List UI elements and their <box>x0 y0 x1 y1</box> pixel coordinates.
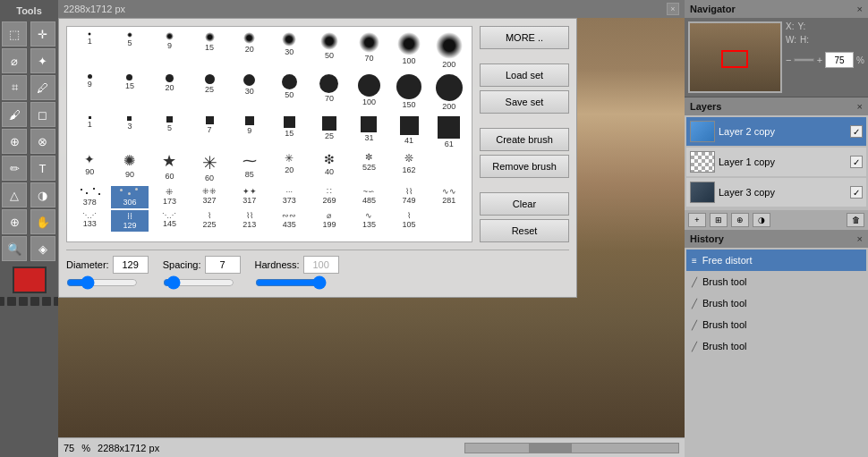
brush-star-60b[interactable]: ✳ 60 <box>191 151 229 184</box>
clone-tool[interactable]: ⊕ <box>2 129 27 154</box>
layer-mask-btn[interactable]: ◑ <box>753 213 770 227</box>
brush-sq-5[interactable]: 5 <box>150 114 189 150</box>
brush-empty-1[interactable] <box>430 151 468 184</box>
spacing-input[interactable] <box>205 256 241 274</box>
brush-sq-41[interactable]: 41 <box>390 114 429 150</box>
brush-r6-225[interactable]: ⌇ 225 <box>191 210 229 232</box>
reset-button[interactable]: Reset <box>480 219 569 242</box>
history-close[interactable]: × <box>857 233 863 244</box>
text-tool[interactable]: T <box>30 156 55 181</box>
brush-r6-105[interactable]: ⌇ 105 <box>390 210 429 232</box>
nav-zoom-input[interactable] <box>825 52 854 68</box>
brush-scat-306[interactable]: 306 <box>111 186 149 208</box>
brush-r6-135[interactable]: ∿ 135 <box>350 210 388 232</box>
brush-star-90[interactable]: ✦ 90 <box>71 151 109 184</box>
remove-brush-button[interactable]: Remove brush <box>480 155 569 178</box>
extra-tool[interactable]: ◈ <box>30 236 55 261</box>
brush-item-30b[interactable]: 30 <box>230 72 268 113</box>
layer-add-btn[interactable]: + <box>688 213 706 227</box>
brush-sq-31[interactable]: 31 <box>350 114 388 150</box>
brush-r6-129[interactable]: ⁞⁞ 129 <box>111 210 149 232</box>
layer-check-1[interactable]: ✓ <box>850 156 863 168</box>
brush-item-30[interactable]: 30 <box>270 30 309 71</box>
brush-item-70[interactable]: 70 <box>350 30 388 71</box>
pen-tool[interactable]: ✏ <box>2 156 27 181</box>
brush-item-70b[interactable]: 70 <box>311 72 349 113</box>
gradient-tool[interactable]: ◑ <box>30 182 55 207</box>
brush-scat-378[interactable]: 378 <box>71 186 109 208</box>
layer-check-2[interactable]: ✓ <box>850 186 863 199</box>
brush-item-50b[interactable]: 50 <box>270 72 309 113</box>
brush-item-100[interactable]: 100 <box>390 30 429 71</box>
layer-copy-btn[interactable]: ⊕ <box>731 213 749 227</box>
brush-star-85[interactable]: ⁓ 85 <box>230 151 268 184</box>
load-set-button[interactable]: Load set <box>480 63 569 87</box>
clear-button[interactable]: Clear <box>480 192 569 216</box>
brush-r6-199[interactable]: ⌀ 199 <box>311 210 349 232</box>
diameter-slider[interactable] <box>66 275 138 290</box>
select-tool[interactable]: ⬚ <box>2 21 27 47</box>
brush-item-150[interactable]: 150 <box>390 72 429 113</box>
lasso-tool[interactable]: ⌀ <box>2 48 27 73</box>
brush-star-20[interactable]: ✳ 20 <box>270 151 309 184</box>
brush-r6-empty[interactable] <box>430 210 468 232</box>
brush-star-90b[interactable]: ✺ 90 <box>111 151 149 184</box>
zoom-plus[interactable]: + <box>817 55 822 65</box>
brush-star-162[interactable]: ❊ 162 <box>390 151 429 184</box>
brush-scat-317[interactable]: ✦✦ 317 <box>230 186 268 208</box>
diameter-input[interactable] <box>113 256 149 274</box>
brush-item-9[interactable]: 9 <box>150 30 189 71</box>
move-tool[interactable]: ✛ <box>30 21 55 47</box>
scroll-bar-h[interactable] <box>464 443 679 453</box>
brush-item-15b[interactable]: 15 <box>111 72 149 113</box>
layer-delete-btn[interactable]: 🗑 <box>847 213 864 227</box>
layer-item-2[interactable]: Layer 3 copy ✓ <box>686 178 866 207</box>
color-swatch[interactable] <box>13 267 47 293</box>
history-item-4[interactable]: ╱ Brush tool <box>686 335 866 357</box>
brush-star-525[interactable]: ✼ 525 <box>350 151 388 184</box>
more-button[interactable]: MORE .. <box>480 26 569 49</box>
brush-r6-435[interactable]: ∾∾ 435 <box>270 210 309 232</box>
brush-star-40[interactable]: ❇ 40 <box>311 151 349 184</box>
brush-sq-9[interactable]: 9 <box>230 114 268 150</box>
brush-r6-133[interactable]: ⋱⋰ 133 <box>71 210 109 232</box>
brush-scat-281[interactable]: ∿∿ 281 <box>430 186 468 208</box>
brush-sq-25[interactable]: 25 <box>311 114 349 150</box>
layer-folder-btn[interactable]: ⊞ <box>710 213 728 227</box>
shape-tool[interactable]: △ <box>2 182 27 207</box>
brush-item-20b[interactable]: 20 <box>150 72 189 113</box>
brush-item-100b[interactable]: 100 <box>350 72 388 113</box>
brush-scat-373[interactable]: ··· 373 <box>270 186 309 208</box>
brush-item-15[interactable]: 15 <box>191 30 229 71</box>
brush-item-25[interactable]: 25 <box>191 72 229 113</box>
brush-item-50[interactable]: 50 <box>311 30 349 71</box>
crop-tool[interactable]: ⌗ <box>2 75 27 100</box>
brush-tool[interactable]: 🖌 <box>2 102 27 127</box>
brush-scat-269[interactable]: ∷ 269 <box>311 186 349 208</box>
brush-item-20[interactable]: 20 <box>230 30 268 71</box>
brush-r6-145[interactable]: ⋱⋰ 145 <box>150 210 189 232</box>
brush-item-9b[interactable]: 9 <box>71 72 109 113</box>
nav-zoom-slider[interactable] <box>794 58 813 62</box>
hand-tool[interactable]: ✋ <box>30 209 55 234</box>
brush-item-200b[interactable]: 200 <box>430 72 468 113</box>
brush-sq-15[interactable]: 15 <box>270 114 309 150</box>
brush-item-1[interactable]: 1 <box>71 30 109 71</box>
zoom-out-tool[interactable]: 🔍 <box>2 236 27 261</box>
history-item-0[interactable]: ≡ Free distort <box>686 250 866 271</box>
layer-item-0[interactable]: Layer 2 copy ✓ <box>686 117 866 146</box>
history-item-2[interactable]: ╱ Brush tool <box>686 292 866 314</box>
eyedropper-tool[interactable]: 🖊 <box>30 75 55 100</box>
brush-item-5[interactable]: 5 <box>111 30 149 71</box>
hardness-slider[interactable] <box>255 275 327 290</box>
navigator-close[interactable]: × <box>857 4 863 14</box>
history-item-3[interactable]: ╱ Brush tool <box>686 314 866 335</box>
brush-scat-327[interactable]: ⁜⁜ 327 <box>191 186 229 208</box>
brush-scat-173[interactable]: ⁜ 173 <box>150 186 189 208</box>
zoom-minus[interactable]: − <box>786 55 791 65</box>
layers-close[interactable]: × <box>857 101 863 112</box>
history-item-1[interactable]: ╱ Brush tool <box>686 271 866 292</box>
brush-sq-61[interactable]: 61 <box>430 114 468 150</box>
heal-tool[interactable]: ⊗ <box>30 129 55 154</box>
canvas-close-button[interactable]: × <box>667 3 679 15</box>
